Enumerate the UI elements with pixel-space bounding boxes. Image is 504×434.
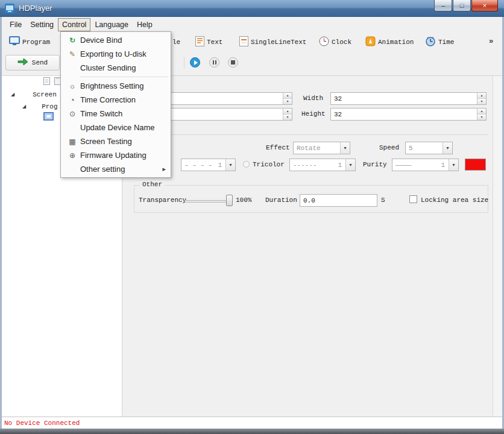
- pause-icon: [215, 60, 216, 64]
- width-input[interactable]: 32 ▴▾: [330, 92, 487, 105]
- toolbar-item-program[interactable]: Program: [9, 32, 50, 52]
- line-value: 1: [441, 162, 445, 169]
- other-group-title: Other: [140, 181, 165, 188]
- tree-item-program[interactable]: ◢ Prog: [22, 101, 58, 112]
- locking-area-checkbox[interactable]: [409, 195, 417, 203]
- speed-select[interactable]: 5 ▾: [405, 142, 453, 154]
- send-button[interactable]: Send: [5, 55, 60, 71]
- toolbar-item-partial[interactable]: le: [172, 32, 180, 52]
- program-icon: [9, 36, 20, 48]
- time-correction-icon: ◔: [65, 96, 80, 104]
- tree-item-area[interactable]: [43, 112, 56, 122]
- send-icon: [17, 58, 28, 68]
- spinner[interactable]: ▴▾: [477, 108, 486, 120]
- tricolor-radio[interactable]: [243, 161, 250, 168]
- toolbar-divider: [184, 57, 184, 68]
- minimize-button[interactable]: –: [434, 0, 452, 11]
- toolbar-item-text[interactable]: Text: [195, 32, 222, 52]
- window-border-bottom: [0, 429, 504, 434]
- brightness-icon: ☼: [65, 82, 80, 90]
- submenu-arrow-icon: ▸: [162, 165, 166, 173]
- spinner[interactable]: ▴▾: [283, 108, 292, 120]
- dropdown-arrow-icon[interactable]: ▾: [345, 159, 355, 171]
- purity-label: Purity: [363, 161, 387, 168]
- effect-select[interactable]: Rotate ▾: [293, 142, 350, 154]
- spinner[interactable]: ▴▾: [283, 93, 292, 104]
- height-input[interactable]: 32 ▴▾: [330, 108, 487, 121]
- tricolor-label: Tricolor: [253, 161, 285, 168]
- menu-item-label: Screen Testing: [80, 137, 132, 146]
- transparency-slider-handle[interactable]: [226, 195, 233, 206]
- spin-up-icon: ▴: [283, 108, 292, 115]
- clock-icon: [319, 36, 329, 48]
- menu-item-update-device-name[interactable]: Update Device Name: [61, 121, 171, 134]
- menu-control[interactable]: Control: [58, 18, 90, 31]
- tree-expand-icon[interactable]: ◢: [11, 92, 14, 97]
- menu-setting[interactable]: Setting: [26, 18, 58, 31]
- copy-icon[interactable]: [43, 77, 50, 87]
- menu-file[interactable]: File: [5, 18, 26, 31]
- spin-down-icon: ▾: [477, 99, 486, 104]
- dropdown-arrow-icon[interactable]: ▾: [443, 142, 452, 154]
- color-swatch[interactable]: [465, 159, 486, 171]
- spin-up-icon: ▴: [477, 108, 486, 115]
- menu-item-cluster-sending[interactable]: Cluster Sending: [61, 61, 171, 75]
- spin-up-icon: ▴: [477, 93, 486, 99]
- maximize-button[interactable]: □: [453, 0, 471, 11]
- menu-item-exporting-to-udisk[interactable]: ✎ Exporting to U-disk: [61, 47, 171, 61]
- toolbar-overflow-icon[interactable]: »: [489, 36, 493, 45]
- menu-bar: File Setting Control Language Help: [2, 17, 502, 32]
- spinner[interactable]: ▴▾: [477, 93, 486, 104]
- window-controls: – □ ×: [434, 0, 498, 11]
- dropdown-arrow-icon[interactable]: ▾: [449, 159, 458, 171]
- tree-item-screen[interactable]: ◢ Screen: [11, 89, 57, 99]
- speed-label: Speed: [379, 144, 399, 151]
- title-bar[interactable]: HDPlayer – □ ×: [0, 0, 504, 17]
- pause-button[interactable]: [209, 57, 219, 68]
- duration-input[interactable]: 0.0: [300, 194, 377, 207]
- app-icon[interactable]: [5, 4, 14, 13]
- menu-item-time-correction[interactable]: ◔ Time Correction: [61, 93, 171, 107]
- line-value: 1: [338, 162, 342, 169]
- stop-button[interactable]: [228, 57, 238, 68]
- line-style-select-1[interactable]: – – – – 1 ▾: [181, 159, 236, 171]
- dropdown-arrow-icon[interactable]: ▾: [225, 159, 235, 171]
- transparency-value: 100%: [236, 197, 251, 204]
- menu-item-label: Firmware Updating: [80, 151, 146, 160]
- menu-item-device-bind[interactable]: ↻ Device Bind: [61, 33, 171, 47]
- menu-help[interactable]: Help: [133, 18, 157, 31]
- time-icon: [425, 36, 436, 48]
- effect-label: Effect: [266, 144, 290, 151]
- time-switch-icon: ⊙: [65, 110, 80, 118]
- speed-value: 5: [409, 145, 413, 152]
- menu-item-firmware-updating[interactable]: ⊕ Firmware Updating: [61, 148, 171, 162]
- width-label: Width: [303, 95, 323, 102]
- dropdown-arrow-icon[interactable]: ▾: [340, 142, 350, 154]
- close-button[interactable]: ×: [471, 0, 498, 11]
- menu-item-label: Brightness Setting: [80, 81, 144, 90]
- toolbar-item-time[interactable]: Time: [425, 32, 454, 52]
- menu-item-other-setting[interactable]: Other setting ▸: [61, 162, 171, 176]
- line-style-select-2[interactable]: ------ 1 ▾: [289, 159, 356, 171]
- line-pattern: ————: [395, 162, 411, 169]
- toolbar-item-singlelinetext[interactable]: SingleLineText: [239, 32, 306, 52]
- vertical-scrollbar[interactable]: [493, 75, 502, 417]
- menu-item-label: Other setting: [80, 165, 125, 174]
- pause-icon: [213, 60, 214, 64]
- tree-item-label: Screen: [33, 91, 57, 98]
- toolbar-item-animation[interactable]: Animation: [365, 32, 414, 52]
- spin-down-icon: ▾: [477, 115, 486, 120]
- menu-item-time-switch[interactable]: ⊙ Time Switch: [61, 107, 171, 121]
- tree-item-label: Prog: [42, 103, 57, 110]
- tree-expand-icon[interactable]: ◢: [22, 104, 26, 109]
- menu-language[interactable]: Language: [90, 18, 133, 31]
- play-button[interactable]: [190, 57, 200, 68]
- line-style-select-3[interactable]: ———— 1 ▾: [392, 159, 459, 171]
- menu-item-label: Device Bind: [80, 36, 122, 45]
- menu-item-brightness-setting[interactable]: ☼ Brightness Setting: [61, 79, 171, 93]
- line-pattern: ------: [293, 162, 317, 169]
- transparency-slider-track[interactable]: [184, 200, 233, 203]
- toolbar-item-clock[interactable]: Clock: [319, 32, 351, 52]
- menu-item-screen-testing[interactable]: ▦ Screen Testing: [61, 134, 171, 148]
- duration-label: Duration: [265, 197, 297, 204]
